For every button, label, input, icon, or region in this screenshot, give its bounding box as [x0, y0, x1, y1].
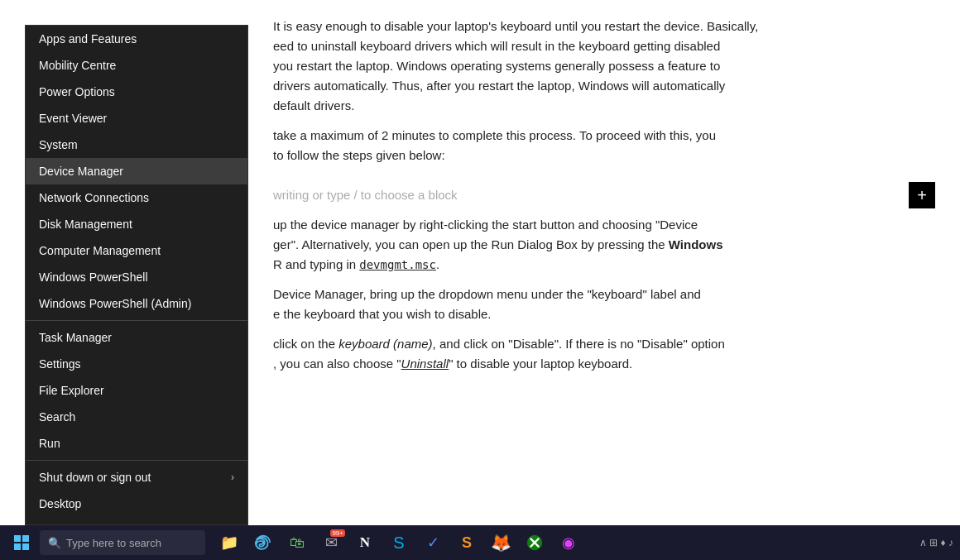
- article-para1: It is easy enough to disable your laptop…: [273, 17, 935, 116]
- menu-divider: [26, 460, 247, 461]
- article-para4: Device Manager, bring up the dropdown me…: [273, 285, 935, 324]
- svg-rect-3: [22, 543, 29, 550]
- taskbar-icon-edge[interactable]: [247, 527, 279, 558]
- code-devmgmt: devmgmt.msc: [359, 258, 436, 271]
- menu-item-apps-features[interactable]: Apps and Features: [26, 26, 247, 52]
- taskbar-tray: ∧ ⊞ ♦ ♪: [919, 537, 953, 548]
- menu-item-label-settings: Settings: [39, 357, 81, 371]
- menu-item-arrow-shut-down-sign-out: ›: [231, 471, 234, 483]
- taskbar-icon-xbox[interactable]: [519, 527, 550, 558]
- menu-item-label-network-connections: Network Connections: [39, 191, 149, 204]
- menu-item-label-task-manager: Task Manager: [39, 331, 112, 344]
- taskbar-icon-multi[interactable]: ◉: [553, 527, 584, 558]
- taskbar-icon-firefox[interactable]: 🦊: [485, 527, 516, 558]
- taskbar-icon-explorer[interactable]: 📁: [214, 527, 245, 558]
- menu-item-system[interactable]: System: [26, 132, 247, 158]
- article-para2: take a maximum of 2 minutes to complete …: [273, 126, 935, 165]
- menu-item-computer-management[interactable]: Computer Management: [26, 237, 247, 264]
- menu-item-label-search: Search: [39, 410, 75, 424]
- menu-item-file-explorer[interactable]: File Explorer: [26, 377, 247, 404]
- menu-item-label-run: Run: [39, 437, 60, 450]
- menu-item-label-apps-features: Apps and Features: [39, 32, 137, 45]
- search-icon: 🔍: [48, 537, 61, 549]
- menu-item-shut-down-sign-out[interactable]: Shut down or sign out›: [26, 464, 247, 491]
- menu-item-label-desktop: Desktop: [39, 497, 81, 510]
- menu-item-windows-powershell-admin[interactable]: Windows PowerShell (Admin): [26, 290, 247, 317]
- menu-item-label-power-options: Power Options: [39, 85, 115, 98]
- article-content: It is easy enough to disable your laptop…: [248, 0, 960, 527]
- taskbar-search[interactable]: 🔍 Type here to search: [40, 530, 205, 555]
- block-placeholder: writing or type / to choose a block +: [273, 175, 935, 215]
- menu-item-event-viewer[interactable]: Event Viewer: [26, 105, 247, 132]
- taskbar-icon-notion[interactable]: N: [349, 527, 381, 558]
- menu-item-label-windows-powershell: Windows PowerShell: [39, 270, 148, 284]
- menu-item-label-system: System: [39, 138, 78, 151]
- article-para3: up the device manager by right-clicking …: [273, 215, 935, 275]
- menu-divider: [26, 320, 247, 321]
- taskbar-icon-todo[interactable]: ✓: [417, 527, 449, 558]
- block-placeholder-text: writing or type / to choose a block: [273, 185, 458, 205]
- menu-item-disk-management[interactable]: Disk Management: [26, 211, 247, 237]
- menu-item-task-manager[interactable]: Task Manager: [26, 324, 247, 351]
- menu-item-power-options[interactable]: Power Options: [26, 79, 247, 105]
- taskbar-icon-mail[interactable]: ✉ 99+: [315, 527, 347, 558]
- menu-item-desktop[interactable]: Desktop: [26, 491, 247, 517]
- menu-item-windows-powershell[interactable]: Windows PowerShell: [26, 264, 247, 290]
- menu-item-label-file-explorer: File Explorer: [39, 384, 104, 397]
- svg-rect-0: [14, 535, 21, 542]
- taskbar-pinned-apps: 📁 🛍 ✉ 99+ N S ✓ S 🦊 ◉: [214, 527, 584, 558]
- menu-item-settings[interactable]: Settings: [26, 351, 247, 377]
- menu-item-label-windows-powershell-admin: Windows PowerShell (Admin): [39, 297, 191, 310]
- menu-item-mobility-centre[interactable]: Mobility Centre: [26, 52, 247, 79]
- article-para5: click on the keyboard (name), and click …: [273, 334, 935, 374]
- menu-item-network-connections[interactable]: Network Connections: [26, 184, 247, 211]
- taskbar: 🔍 Type here to search 📁 🛍 ✉ 99+ N S ✓ S …: [0, 525, 960, 560]
- add-block-button[interactable]: +: [909, 182, 935, 208]
- svg-rect-2: [14, 543, 21, 550]
- taskbar-icon-store[interactable]: 🛍: [281, 527, 313, 558]
- taskbar-icon-sublime[interactable]: S: [451, 527, 482, 558]
- menu-item-label-mobility-centre: Mobility Centre: [39, 59, 116, 72]
- menu-item-device-manager[interactable]: Device Manager: [26, 158, 247, 184]
- menu-item-run[interactable]: Run: [26, 430, 247, 457]
- menu-item-search[interactable]: Search: [26, 404, 247, 430]
- start-button[interactable]: [7, 528, 36, 558]
- svg-rect-1: [22, 535, 29, 542]
- context-menu: Apps and FeaturesMobility CentrePower Op…: [25, 25, 248, 525]
- menu-item-label-computer-management: Computer Management: [39, 244, 161, 257]
- menu-item-label-shut-down-sign-out: Shut down or sign out: [39, 471, 151, 484]
- search-placeholder-text: Type here to search: [66, 537, 161, 549]
- taskbar-icon-skype[interactable]: S: [383, 527, 415, 558]
- menu-item-label-device-manager: Device Manager: [39, 165, 123, 178]
- menu-item-label-event-viewer: Event Viewer: [39, 112, 107, 125]
- menu-item-label-disk-management: Disk Management: [39, 218, 132, 231]
